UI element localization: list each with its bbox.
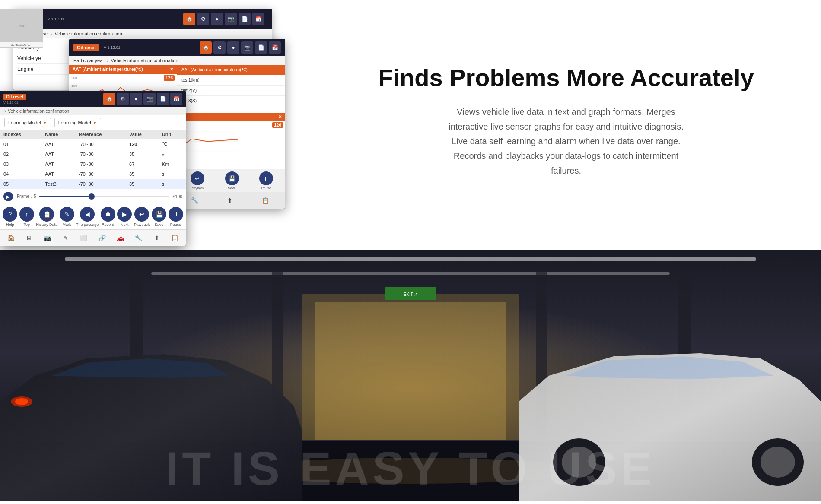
frame-label: Frame：5 bbox=[17, 193, 36, 200]
bottom-link-icon[interactable]: 🔗 bbox=[96, 232, 108, 244]
save-icon-3[interactable]: 💾 bbox=[152, 207, 166, 222]
channel-item-0[interactable]: AAT (Ambient air temperature)(℃) bbox=[177, 65, 285, 75]
bottom-crop-icon[interactable]: ⬜ bbox=[78, 232, 90, 244]
sc3-home-icon[interactable]: 🏠 bbox=[103, 93, 115, 105]
channel-item-2[interactable]: test2(V) bbox=[177, 86, 285, 96]
svg-rect-13 bbox=[315, 302, 506, 449]
cell-unit-3: s bbox=[159, 169, 186, 179]
save-icon[interactable]: 💾 bbox=[225, 171, 239, 185]
cell-name-1: AAT bbox=[41, 149, 75, 159]
channel-item-3[interactable]: test3(S) bbox=[177, 96, 285, 106]
sc3-dropdown2-label: Learning Model bbox=[58, 120, 91, 125]
action-save[interactable]: 💾 Save bbox=[152, 207, 166, 227]
cell-index-0: 01 bbox=[0, 139, 41, 149]
sc1-settings-icon[interactable]: ⚙ bbox=[197, 13, 209, 25]
combined-graph-badge: 126 bbox=[272, 122, 283, 128]
progress-fill bbox=[39, 196, 91, 197]
action-record[interactable]: ⏺ Record bbox=[101, 207, 115, 227]
sc2-cal-icon[interactable]: 📅 bbox=[269, 41, 281, 54]
cell-value-2: 67 bbox=[126, 159, 159, 169]
record-icon-3[interactable]: ⏺ bbox=[101, 207, 115, 222]
history-icon[interactable]: 📋 bbox=[39, 207, 54, 222]
cell-index-1: 02 bbox=[0, 149, 41, 159]
main-heading: Finds Problems More Accurately bbox=[378, 64, 754, 92]
sc3-camera-icon[interactable]: 📷 bbox=[143, 93, 156, 105]
sc1-label-engine: Engine bbox=[17, 66, 69, 72]
sc3-title-block: Oil reset V 1.12.01 bbox=[3, 94, 26, 105]
sc2-circle-icon[interactable]: ● bbox=[227, 41, 239, 54]
sc2-doc-icon[interactable]: 📄 bbox=[255, 41, 267, 54]
pause-icon[interactable]: ⏸ bbox=[259, 171, 273, 185]
bottom-home-icon[interactable]: 🏠 bbox=[5, 232, 17, 244]
svg-text:EXIT ↗: EXIT ↗ bbox=[404, 292, 418, 297]
sc1-cal-icon[interactable]: 📅 bbox=[252, 13, 264, 25]
sc2-settings-icon[interactable]: ⚙ bbox=[213, 41, 226, 54]
cell-unit-2: Km bbox=[159, 159, 186, 169]
bottom-erase-icon[interactable]: ✎ bbox=[60, 232, 72, 244]
progress-bar[interactable] bbox=[39, 196, 169, 197]
data-table: Indexes Name Reference Value Unit 01 AAT… bbox=[0, 130, 186, 189]
action-passage[interactable]: ◀ The passage bbox=[76, 207, 99, 227]
sc2-action-pause[interactable]: ⏸ Pause bbox=[259, 171, 273, 190]
sc1-camera-icon[interactable]: 📷 bbox=[225, 13, 237, 25]
the-passage-icon[interactable]: ◀ bbox=[80, 207, 95, 222]
sc1-circle-icon[interactable]: ● bbox=[211, 13, 223, 25]
flat-wrench[interactable]: 🔧 bbox=[189, 194, 201, 206]
sc3-dropdown1[interactable]: Learning Model ▼ bbox=[4, 118, 51, 127]
sc3-cal-icon[interactable]: 📅 bbox=[170, 93, 182, 105]
sc1-home-icon[interactable]: 🏠 bbox=[183, 13, 195, 25]
flat-doc[interactable]: 📋 bbox=[259, 194, 271, 206]
bottom-car-icon[interactable]: 🚗 bbox=[114, 232, 126, 244]
bottom-doc-icon[interactable]: 📋 bbox=[169, 232, 181, 244]
cell-name-0: AAT bbox=[41, 139, 75, 149]
right-text-section: Finds Problems More Accurately Views veh… bbox=[311, 9, 821, 233]
top-icon[interactable]: ↑ bbox=[19, 207, 34, 222]
cell-name-3: AAT bbox=[41, 169, 75, 179]
action-history[interactable]: 📋 History Data bbox=[36, 207, 57, 227]
cell-index-4: 05 bbox=[0, 179, 41, 189]
bottom-upload-icon[interactable]: ⬆ bbox=[151, 232, 163, 244]
pause-icon-3[interactable]: ⏸ bbox=[169, 207, 183, 222]
sc2-version: V 1.12.01 bbox=[104, 45, 121, 50]
flat-upload[interactable]: ⬆ bbox=[224, 194, 236, 206]
sc2-breadcrumb-end: Vehicle information confirmation bbox=[111, 58, 178, 63]
graph-value-badge: 126 bbox=[164, 75, 175, 81]
mark-icon[interactable]: ✎ bbox=[60, 207, 74, 222]
cell-unit-1: v bbox=[159, 149, 186, 159]
sc1-label-vehicleyear: Vehicle ye bbox=[17, 55, 69, 61]
sc2-home-icon[interactable]: 🏠 bbox=[200, 41, 212, 54]
next-icon-3[interactable]: ▶ bbox=[117, 207, 132, 222]
sc2-camera-icon[interactable]: 📷 bbox=[241, 41, 253, 54]
sc2-action-playback[interactable]: ↩ Playback bbox=[191, 171, 204, 190]
bottom-camera-icon[interactable]: 📷 bbox=[41, 232, 53, 244]
graph-aat-header: AAT (Ambient air temperature)(℃) ✕ bbox=[69, 65, 177, 74]
sc3-version: V 1.12.01 bbox=[3, 101, 26, 105]
sc3-settings-icon[interactable]: ⚙ bbox=[117, 93, 129, 105]
play-btn[interactable]: ▶ bbox=[3, 192, 13, 201]
aat-close[interactable]: ✕ bbox=[170, 67, 173, 72]
action-playback[interactable]: ↩ Playback bbox=[134, 207, 150, 227]
channel-item-1[interactable]: test1(km) bbox=[177, 75, 285, 86]
playback-icon[interactable]: ↩ bbox=[191, 171, 204, 185]
sc3-dropdown2-arrow: ▼ bbox=[93, 120, 97, 125]
bottom-wrench-icon[interactable]: 🔧 bbox=[132, 232, 144, 244]
sc3-doc-icon[interactable]: 📄 bbox=[157, 93, 169, 105]
sc3-circle-icon[interactable]: ● bbox=[130, 93, 142, 105]
action-top[interactable]: ↑ Top bbox=[19, 207, 34, 227]
action-mark[interactable]: ✎ Mark bbox=[60, 207, 74, 227]
playback-icon-3[interactable]: ↩ bbox=[134, 207, 149, 222]
help-icon[interactable]: ? bbox=[3, 207, 17, 222]
thumbnail-box: IMG 5548758017.pn bbox=[0, 9, 43, 48]
bottom-screen-icon[interactable]: 🖥 bbox=[23, 232, 35, 244]
action-next[interactable]: ▶ Next bbox=[117, 207, 132, 227]
action-pause[interactable]: ⏸ Pause bbox=[169, 207, 183, 227]
action-help[interactable]: ? Help bbox=[3, 207, 17, 227]
table-row: 02 AAT -70~80 35 v bbox=[0, 149, 186, 159]
table-row: 05 Test3 -70~80 35 s bbox=[0, 179, 186, 189]
cell-value-1: 35 bbox=[126, 149, 159, 159]
sc2-action-save[interactable]: 💾 Save bbox=[225, 171, 239, 190]
sc1-doc-icon[interactable]: 📄 bbox=[239, 13, 251, 25]
screenshot-3: Oil reset V 1.12.01 🏠 ⚙ ● 📷 📄 📅 › Vehicl… bbox=[0, 91, 186, 246]
sc3-dropdown2[interactable]: Learning Model ▼ bbox=[54, 118, 101, 127]
progress-thumb[interactable] bbox=[89, 193, 95, 200]
